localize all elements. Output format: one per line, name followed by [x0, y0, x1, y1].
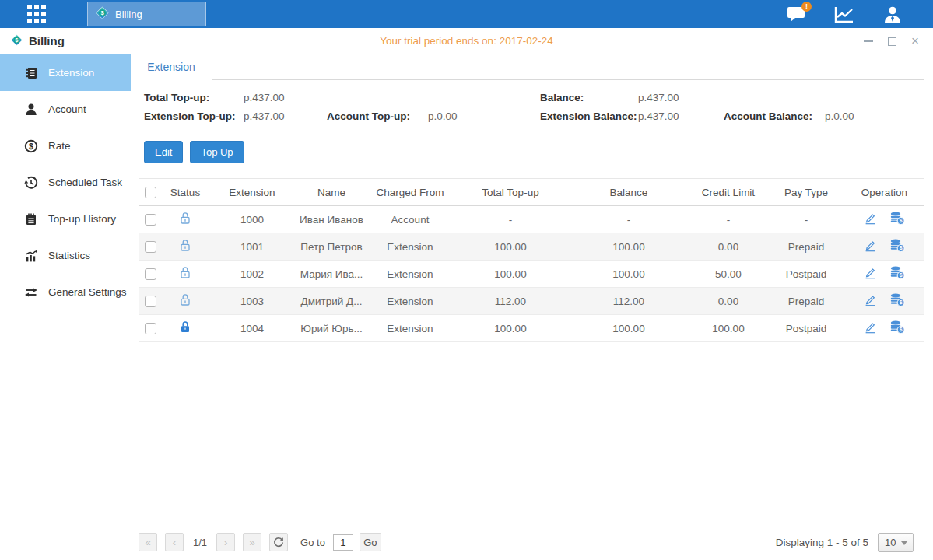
statistics-icon	[23, 248, 38, 263]
cell-pay-type: -	[767, 206, 845, 233]
cell-name: Мария Ива...	[296, 261, 367, 288]
user-icon[interactable]	[882, 5, 903, 23]
cell-name: Дмитрий Д...	[296, 288, 367, 315]
chevron-down-icon	[901, 541, 907, 545]
sidebar: Extension Account $ Rate Scheduled Task …	[0, 54, 131, 560]
col-operation: Operation	[845, 179, 924, 206]
cell-pay-type: Prepaid	[767, 233, 845, 261]
maximize-icon[interactable]	[886, 36, 897, 47]
edit-button[interactable]: Edit	[144, 141, 183, 163]
cell-charged-from: Extension	[367, 315, 453, 342]
extension-topup-label: Extension Top-up:	[144, 110, 244, 122]
cell-extension: 1003	[209, 288, 296, 315]
cell-charged-from: Extension	[367, 233, 453, 261]
cell-balance: 100.00	[568, 315, 689, 342]
col-pay-type: Pay Type	[767, 179, 845, 206]
page-size-select[interactable]: 10	[878, 533, 914, 552]
goto-label: Go to	[300, 537, 325, 548]
window-title: Billing	[29, 34, 65, 47]
summary-panel: Total Top-up: p.437.00 Balance: p.437.00…	[144, 92, 924, 122]
cell-charged-from: Extension	[367, 261, 453, 288]
table-row: 1003Дмитрий Д...Extension112.00112.000.0…	[139, 288, 924, 315]
top-up-button[interactable]: Top Up	[190, 141, 244, 163]
chart-icon[interactable]	[833, 5, 855, 23]
cell-pay-type: Postpaid	[767, 261, 845, 288]
row-checkbox[interactable]	[145, 323, 156, 334]
sidebar-item-label: Top-up History	[48, 213, 116, 225]
col-extension: Extension	[209, 179, 296, 206]
prev-page-button[interactable]: ‹	[165, 533, 184, 551]
row-checkbox[interactable]	[145, 268, 156, 280]
cell-charged-from: Extension	[367, 288, 453, 315]
svg-text:$: $	[900, 272, 903, 278]
cell-credit-limit: 0.00	[689, 233, 767, 261]
cell-pay-type: Prepaid	[767, 288, 845, 315]
topup-icon[interactable]: $	[889, 293, 905, 309]
topup-icon[interactable]: $	[889, 212, 905, 227]
minimize-icon[interactable]	[863, 36, 874, 47]
top-app-bar: $ Billing !	[0, 0, 933, 28]
goto-page-input[interactable]	[333, 534, 353, 551]
svg-text:$: $	[900, 245, 903, 251]
extension-topup-value: p.437.00	[244, 110, 327, 122]
sidebar-item-label: Rate	[48, 140, 71, 152]
edit-icon[interactable]	[864, 239, 877, 254]
tab-extension[interactable]: Extension	[131, 54, 212, 80]
window-title-bar: Your trial period ends on: 2017-02-24 $ …	[0, 28, 933, 54]
table-row: 1000Иван ИвановAccount----$	[139, 206, 924, 233]
account-balance-label: Account Balance:	[724, 110, 825, 122]
sidebar-item-topup-history[interactable]: Top-up History	[0, 201, 131, 237]
svg-text:$: $	[900, 218, 903, 224]
edit-icon[interactable]	[864, 212, 877, 227]
refresh-icon[interactable]	[269, 533, 288, 551]
sidebar-item-scheduled-task[interactable]: Scheduled Task	[0, 164, 131, 201]
edit-icon[interactable]	[864, 320, 877, 336]
table-row: 1001Петр ПетровExtension100.00100.000.00…	[139, 233, 924, 261]
topup-icon[interactable]: $	[889, 266, 905, 282]
sidebar-item-statistics[interactable]: Statistics	[0, 237, 131, 274]
history-clock-icon	[23, 175, 38, 190]
total-topup-label: Total Top-up:	[144, 92, 244, 103]
extension-table: Status Extension Name Charged From Total…	[139, 178, 924, 342]
account-balance-value: p.0.00	[825, 110, 924, 122]
cell-name: Иван Иванов	[296, 206, 367, 233]
sidebar-item-rate[interactable]: $ Rate	[0, 128, 131, 164]
first-page-button[interactable]: «	[139, 533, 157, 551]
cell-balance: 100.00	[568, 233, 689, 261]
row-checkbox[interactable]	[145, 214, 156, 226]
last-page-button[interactable]: »	[243, 533, 261, 551]
notification-badge: !	[801, 2, 812, 12]
sidebar-item-label: Scheduled Task	[48, 177, 122, 188]
edit-icon[interactable]	[864, 293, 877, 309]
cell-extension: 1004	[209, 315, 296, 342]
cell-name: Юрий Юрь...	[296, 315, 367, 342]
cell-credit-limit: 50.00	[689, 261, 767, 288]
topup-icon[interactable]: $	[889, 320, 905, 336]
select-all-checkbox[interactable]	[145, 187, 156, 198]
cell-extension: 1001	[209, 233, 296, 261]
extension-balance-value: p.437.00	[638, 110, 724, 122]
pagination-bar: « ‹ 1/1 › » Go to Go Displaying 1 - 5 of…	[139, 532, 914, 552]
sidebar-item-account[interactable]: Account	[0, 91, 131, 128]
go-button[interactable]: Go	[360, 533, 381, 551]
messages-icon[interactable]: !	[785, 5, 807, 23]
notepad-icon	[23, 212, 38, 226]
cell-extension: 1000	[209, 206, 296, 233]
row-checkbox[interactable]	[145, 241, 156, 253]
app-launcher-icon[interactable]	[27, 5, 46, 23]
page-info: 1/1	[193, 537, 207, 548]
next-page-button[interactable]: ›	[216, 533, 235, 551]
edit-icon[interactable]	[864, 266, 877, 282]
transfer-arrows-icon	[23, 285, 38, 299]
topup-icon[interactable]: $	[889, 239, 905, 254]
app-tab-billing[interactable]: $ Billing	[87, 2, 206, 26]
close-icon[interactable]: ×	[910, 36, 921, 47]
lock-open-icon	[180, 293, 191, 309]
sidebar-item-extension[interactable]: Extension	[0, 54, 131, 91]
app-tab-label: Billing	[115, 9, 142, 20]
col-balance: Balance	[568, 179, 689, 206]
sidebar-item-general-settings[interactable]: General Settings	[0, 274, 131, 310]
row-checkbox[interactable]	[145, 296, 156, 307]
page-size-value: 10	[885, 537, 896, 548]
table-row: 1004Юрий Юрь...Extension100.00100.00100.…	[139, 315, 924, 342]
